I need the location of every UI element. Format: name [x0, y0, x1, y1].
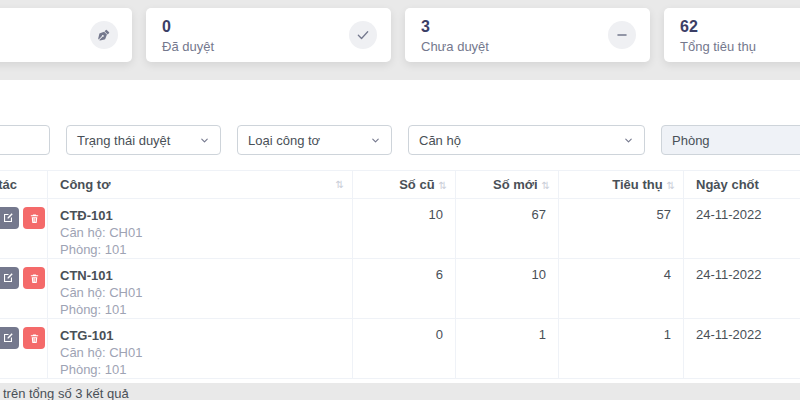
edit-icon — [2, 332, 14, 344]
stat-value: 0 — [162, 17, 375, 37]
column-header-actions: Thao tác — [0, 171, 48, 199]
actions-cell — [0, 199, 48, 259]
actions-cell — [0, 319, 48, 379]
pen-nib-icon — [90, 21, 118, 49]
select-label: Trạng thái duyệt — [77, 133, 170, 148]
meter-room: Phòng: 101 — [60, 241, 352, 258]
filters-row: Trạng thái duyệt Loại công tơ Căn hộ — [0, 125, 800, 155]
meter-apartment: Căn hộ: CH01 — [60, 224, 352, 241]
edit-button[interactable] — [0, 267, 19, 289]
page: 0 Đã duyệt 3 Chưa duyệt 62 — [0, 0, 800, 400]
delete-button[interactable] — [23, 267, 45, 289]
table-row: CTĐ-101 Căn hộ: CH01 Phòng: 101 10 67 57… — [0, 199, 800, 259]
column-header-old-number[interactable]: Số cũ⇅ — [353, 171, 456, 199]
new-number-cell: 67 — [456, 199, 559, 259]
chevron-down-icon — [199, 135, 210, 146]
select-apartment[interactable]: Căn hộ — [408, 125, 645, 155]
stat-label: Chưa duyệt — [421, 39, 634, 54]
sort-icon[interactable]: ⇅ — [542, 180, 550, 191]
select-label: Loại công tơ — [248, 133, 320, 148]
meter-apartment: Căn hộ: CH01 — [60, 284, 352, 301]
select-label: Căn hộ — [419, 133, 461, 148]
consumption-cell: 4 — [559, 259, 684, 319]
stat-card-total-consumption: 62 Tổng tiêu thụ — [664, 8, 800, 62]
column-header-meter[interactable]: Công tơ ⇅ — [48, 171, 353, 199]
meter-code: CTN-101 — [60, 267, 352, 284]
table-header-row: Thao tác Công tơ ⇅ Số cũ⇅ Số mới — [0, 171, 800, 199]
old-number-cell: 0 — [353, 319, 456, 379]
meter-code: CTĐ-101 — [60, 207, 352, 224]
stat-value: 3 — [421, 17, 634, 37]
table-row: CTN-101 Căn hộ: CH01 Phòng: 101 6 10 4 2… — [0, 259, 800, 319]
select-label: Phòng — [672, 133, 710, 148]
stat-label: Tổng tiêu thụ — [680, 39, 800, 54]
select-approval-status[interactable]: Trạng thái duyệt — [66, 125, 221, 155]
main-panel: Trạng thái duyệt Loại công tơ Căn hộ — [0, 80, 800, 383]
search-input[interactable] — [0, 125, 50, 155]
delete-button[interactable] — [23, 327, 45, 349]
column-header-new-number[interactable]: Số mới⇅ — [456, 171, 559, 199]
select-room[interactable]: Phòng — [661, 125, 800, 155]
meters-table: Thao tác Công tơ ⇅ Số cũ⇅ Số mới — [0, 170, 800, 379]
sort-icon[interactable]: ⇅ — [439, 180, 447, 191]
stats-row: 0 Đã duyệt 3 Chưa duyệt 62 — [0, 8, 800, 62]
column-header-consumption[interactable]: Tiêu thụ⇅ — [559, 171, 684, 199]
meter-code: CTG-101 — [60, 327, 352, 344]
trash-icon — [29, 213, 40, 224]
old-number-cell: 10 — [353, 199, 456, 259]
trash-icon — [29, 333, 40, 344]
column-header-closing-date: Ngày chốt — [684, 171, 800, 199]
chevron-down-icon — [370, 135, 381, 146]
stat-card-approved: 0 Đã duyệt — [146, 8, 391, 62]
chevron-down-icon — [623, 135, 634, 146]
results-summary: trên tổng số 3 kết quả — [0, 386, 800, 400]
stat-card-0 — [0, 8, 132, 62]
meter-room: Phòng: 101 — [60, 301, 352, 318]
consumption-cell: 57 — [559, 199, 684, 259]
closing-date-cell: 24-11-2022 — [684, 199, 800, 259]
delete-button[interactable] — [23, 207, 45, 229]
old-number-cell: 6 — [353, 259, 456, 319]
actions-cell — [0, 259, 48, 319]
new-number-cell: 10 — [456, 259, 559, 319]
sort-icon[interactable]: ⇅ — [667, 180, 675, 191]
edit-icon — [2, 212, 14, 224]
edit-button[interactable] — [0, 207, 19, 229]
content-wrapper: 0 Đã duyệt 3 Chưa duyệt 62 — [0, 0, 800, 383]
meter-cell: CTN-101 Căn hộ: CH01 Phòng: 101 — [48, 259, 353, 319]
stat-card-unapproved: 3 Chưa duyệt — [405, 8, 650, 62]
meter-room: Phòng: 101 — [60, 361, 352, 378]
check-icon — [349, 21, 377, 49]
table-row: CTG-101 Căn hộ: CH01 Phòng: 101 0 1 1 24… — [0, 319, 800, 379]
sort-icon[interactable]: ⇅ — [336, 179, 344, 190]
minus-icon — [608, 21, 636, 49]
stat-value: 62 — [680, 17, 800, 37]
edit-button[interactable] — [0, 327, 19, 349]
select-meter-type[interactable]: Loại công tơ — [237, 125, 392, 155]
closing-date-cell: 24-11-2022 — [684, 319, 800, 379]
consumption-cell: 1 — [559, 319, 684, 379]
meter-cell: CTG-101 Căn hộ: CH01 Phòng: 101 — [48, 319, 353, 379]
stat-label: Đã duyệt — [162, 39, 375, 54]
edit-icon — [2, 272, 14, 284]
closing-date-cell: 24-11-2022 — [684, 259, 800, 319]
new-number-cell: 1 — [456, 319, 559, 379]
meter-apartment: Căn hộ: CH01 — [60, 344, 352, 361]
meter-cell: CTĐ-101 Căn hộ: CH01 Phòng: 101 — [48, 199, 353, 259]
trash-icon — [29, 273, 40, 284]
